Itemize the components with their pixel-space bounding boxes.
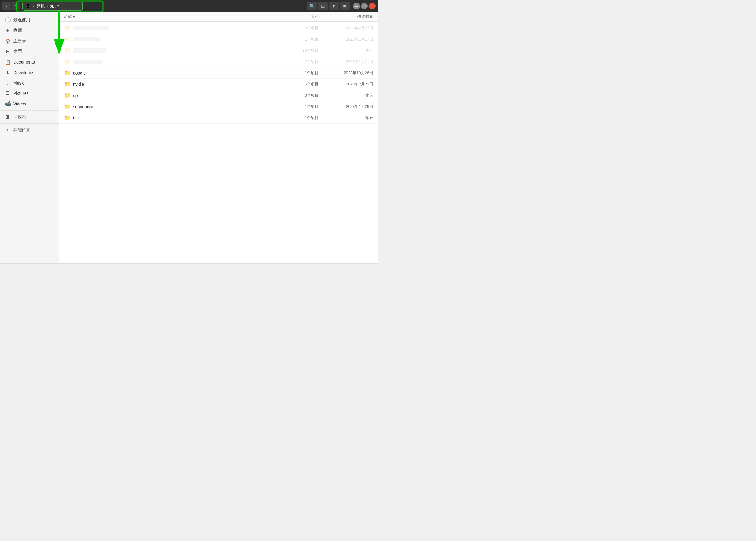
- sidebar-label-music: Music: [13, 81, 25, 85]
- table-row[interactable]: 📁 28个项目 2023年2月27日: [59, 23, 378, 34]
- sidebar-item-pictures[interactable]: 🖼 Pictures: [0, 88, 59, 99]
- sidebar-item-trash[interactable]: 🗑 回收站: [0, 112, 59, 122]
- sidebar: 🕐 最近使用 ★ 收藏 🏠 主目录 🖥 桌面 📋 Documents ⬇ D: [0, 12, 59, 263]
- close-button[interactable]: ✕: [369, 3, 376, 9]
- sidebar-label-desktop: 桌面: [13, 49, 22, 54]
- folder-icon: 📁: [64, 81, 71, 88]
- file-name: opt: [73, 93, 79, 98]
- maximize-button[interactable]: □: [361, 3, 368, 9]
- window-controls: — □ ✕: [353, 3, 376, 9]
- file-name-cell: 📁 nvidia: [64, 81, 288, 88]
- file-size-cell: 2个项目: [288, 59, 325, 65]
- col-size-header[interactable]: 大小: [288, 14, 325, 19]
- sidebar-item-music[interactable]: ♪ Music: [0, 78, 59, 88]
- col-date-header[interactable]: 修改时间: [325, 14, 373, 19]
- sidebar-label-downloads: Downloads: [13, 70, 34, 75]
- folder-icon: 📁: [64, 25, 71, 32]
- file-name: [73, 60, 103, 64]
- table-row[interactable]: 📁 39个项目 昨天: [59, 45, 378, 56]
- table-row[interactable]: 📁 sogoupinyin 1个项目 2023年1月29日: [59, 101, 378, 112]
- file-name: [73, 37, 100, 42]
- file-date-cell: 2023年10月26日: [325, 70, 373, 76]
- view-options-dropdown-button[interactable]: ▾: [329, 2, 339, 10]
- breadcrumb-child: opt: [50, 4, 55, 8]
- file-size-cell: 1个项目: [288, 70, 325, 76]
- plus-icon: +: [5, 127, 10, 133]
- sidebar-item-other[interactable]: + 其他位置: [0, 125, 59, 135]
- videos-icon: 📹: [5, 101, 10, 107]
- table-row[interactable]: 📁 test 1个项目 昨天: [59, 112, 378, 124]
- file-date-cell: 2023年1月17日: [325, 37, 373, 42]
- table-row[interactable]: 📁 1个项目 2023年1月17日: [59, 34, 378, 45]
- file-date-cell: 2023年2月27日: [325, 25, 373, 31]
- file-area: 名称 ▾ 大小 修改时间 📁 28个项目: [59, 12, 378, 263]
- music-icon: ♪: [5, 80, 10, 86]
- col-date-label: 修改时间: [357, 14, 373, 19]
- documents-icon: 📋: [5, 59, 10, 65]
- file-name: [73, 26, 109, 30]
- file-list: 📁 28个项目 2023年2月27日 📁 1个项目 2023年1月17日: [59, 22, 378, 263]
- file-manager: ‹ › 🖥 计算机 › opt ▾ 🔍 ⊞ ▾ ≡ — □ ✕ 🕐: [0, 0, 378, 270]
- folder-icon: 📁: [64, 115, 71, 121]
- breadcrumb-root: 计算机: [32, 3, 45, 9]
- sidebar-item-desktop[interactable]: 🖥 桌面: [0, 46, 59, 57]
- sidebar-label-favorites: 收藏: [13, 28, 22, 33]
- col-name-header[interactable]: 名称 ▾: [64, 14, 288, 19]
- main-area: 🕐 最近使用 ★ 收藏 🏠 主目录 🖥 桌面 📋 Documents ⬇ D: [0, 12, 378, 263]
- pictures-icon: 🖼: [5, 91, 10, 96]
- minimize-button[interactable]: —: [353, 3, 360, 9]
- sidebar-item-favorites[interactable]: ★ 收藏: [0, 25, 59, 36]
- table-row[interactable]: 📁 opt 0个项目 昨天: [59, 90, 378, 101]
- forward-button[interactable]: ›: [12, 2, 20, 10]
- nav-buttons: ‹ ›: [2, 2, 20, 10]
- folder-icon: 📁: [64, 47, 71, 54]
- file-size-cell: 1个项目: [288, 37, 325, 42]
- table-row[interactable]: 📁 2个项目 2023年2月21日: [59, 56, 378, 68]
- file-name: google: [73, 71, 86, 75]
- file-name-cell: 📁: [64, 47, 288, 54]
- sidebar-label-pictures: Pictures: [13, 91, 29, 96]
- breadcrumb[interactable]: 🖥 计算机 › opt ▾: [22, 2, 83, 11]
- clock-icon: 🕐: [5, 17, 10, 23]
- col-size-label: 大小: [311, 14, 319, 19]
- file-name-cell: 📁: [64, 58, 288, 65]
- sidebar-label-home: 主目录: [13, 38, 26, 44]
- folder-icon: 📁: [64, 70, 71, 76]
- sidebar-divider: [0, 110, 59, 111]
- file-header: 名称 ▾ 大小 修改时间: [59, 12, 378, 22]
- sidebar-item-videos[interactable]: 📹 Videos: [0, 99, 59, 109]
- view-grid-button[interactable]: ⊞: [318, 2, 328, 10]
- titlebar: ‹ › 🖥 计算机 › opt ▾ 🔍 ⊞ ▾ ≡ — □ ✕: [0, 0, 378, 12]
- table-row[interactable]: 📁 google 1个项目 2023年10月26日: [59, 68, 378, 79]
- search-button[interactable]: 🔍: [307, 2, 317, 10]
- sidebar-item-home[interactable]: 🏠 主目录: [0, 36, 59, 46]
- sidebar-label-trash: 回收站: [13, 114, 26, 120]
- sidebar-label-other: 其他位置: [13, 127, 30, 133]
- file-name-cell: 📁: [64, 25, 288, 32]
- folder-icon: 📁: [64, 36, 71, 43]
- folder-icon: 📁: [64, 58, 71, 65]
- folder-icon: 📁: [64, 92, 71, 99]
- back-button[interactable]: ‹: [2, 2, 11, 10]
- file-date-cell: 昨天: [325, 48, 373, 53]
- file-name: sogoupinyin: [73, 104, 96, 109]
- sidebar-item-downloads[interactable]: ⬇ Downloads: [0, 67, 59, 78]
- breadcrumb-dropdown-button[interactable]: ▾: [57, 4, 59, 8]
- star-icon: ★: [5, 28, 10, 33]
- file-size-cell: 5个项目: [288, 82, 325, 87]
- file-size-cell: 1个项目: [288, 104, 325, 109]
- file-size-cell: 39个项目: [288, 48, 325, 53]
- file-name-cell: 📁 sogoupinyin: [64, 103, 288, 110]
- breadcrumb-separator: ›: [47, 4, 48, 8]
- sidebar-item-documents[interactable]: 📋 Documents: [0, 57, 59, 67]
- menu-button[interactable]: ≡: [340, 2, 350, 10]
- file-size-cell: 0个项目: [288, 93, 325, 98]
- computer-icon: 🖥: [25, 3, 30, 9]
- sidebar-item-recent[interactable]: 🕐 最近使用: [0, 15, 59, 25]
- file-size-cell: 1个项目: [288, 115, 325, 121]
- statusbar: [0, 263, 378, 270]
- file-name-cell: 📁 google: [64, 70, 288, 76]
- folder-icon: 📁: [64, 103, 71, 110]
- file-name: [73, 48, 106, 53]
- table-row[interactable]: 📁 nvidia 5个项目 2023年2月21日: [59, 79, 378, 90]
